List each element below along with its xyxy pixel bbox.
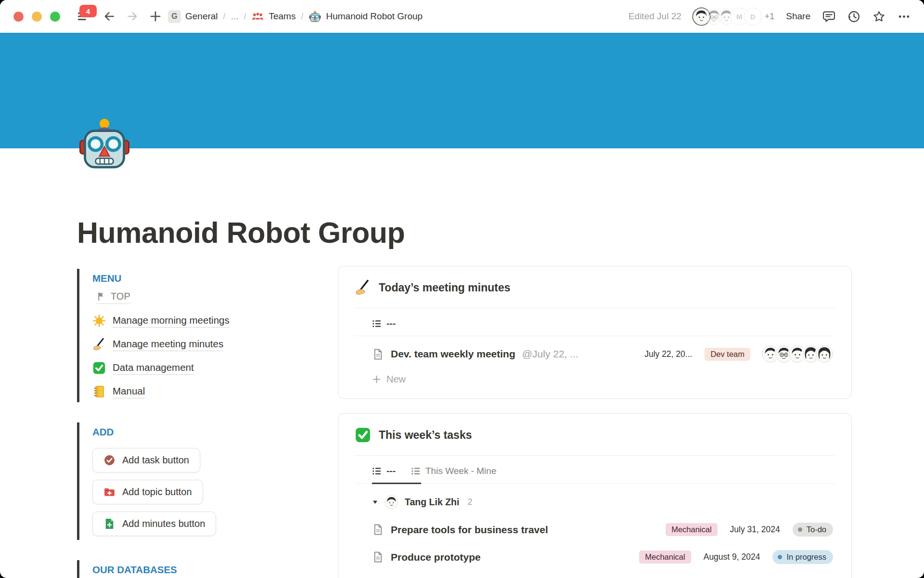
breadcrumb-separator: /: [223, 12, 226, 22]
task-row-produce-prototype[interactable]: Produce prototype Mechanical August 9, 2…: [355, 543, 835, 571]
tasks-view: --- This Week - Mine Tang Lik Zhi 2: [355, 456, 835, 575]
folder-plus-icon: [103, 486, 116, 498]
sidebar-item-manage-morning-meetings[interactable]: Manage morning meetings: [92, 314, 304, 328]
menu-heading: MENU: [92, 273, 304, 284]
avatar: [816, 345, 833, 363]
category-tag: Mechanical: [639, 551, 691, 564]
document-plus-icon: [103, 518, 116, 530]
flag-icon: [96, 291, 106, 302]
add-topic-button[interactable]: Add topic button: [92, 480, 203, 504]
share-button[interactable]: Share: [786, 11, 810, 22]
avatar-overflow-count[interactable]: +1: [765, 12, 775, 22]
presence-avatars: M D +1: [693, 8, 775, 26]
robot-icon: [308, 10, 321, 23]
comment-icon: [822, 10, 835, 23]
breadcrumb-item-teams[interactable]: Teams: [251, 10, 295, 23]
add-minutes-button[interactable]: Add minutes button: [92, 512, 216, 536]
new-minutes-button[interactable]: New: [355, 369, 835, 394]
menu-block: MENU TOP Manage morning meetings Manage …: [77, 269, 304, 402]
updates-button[interactable]: [847, 10, 860, 23]
new-page-button[interactable]: [146, 7, 165, 26]
tab-divider: [355, 483, 835, 484]
minutes-row-dev-team-weekly-meeting[interactable]: Dev. team weekly meeting @July 22, ... J…: [355, 339, 835, 369]
page-title[interactable]: Humanoid Robot Group: [0, 148, 924, 250]
breadcrumb-item-collapsed[interactable]: ...: [231, 11, 239, 22]
star-icon: [873, 10, 886, 23]
breadcrumb-item-general[interactable]: G General: [168, 10, 218, 23]
sidebar-item-manual[interactable]: Manual: [92, 385, 304, 398]
active-tab-indicator: [372, 483, 421, 484]
weekly-tasks-card-header: This week’s tasks: [338, 414, 851, 455]
plus-icon: [149, 10, 162, 23]
collapse-caret-icon[interactable]: [372, 499, 378, 505]
databases-block: OUR DATABASES Minutes DB: [77, 560, 304, 578]
toolbar-right: Edited Jul 22 M D +1 Share: [629, 8, 911, 26]
back-button[interactable]: [100, 7, 119, 26]
more-options-button[interactable]: [897, 10, 911, 23]
minutes-view-tab[interactable]: ---: [372, 318, 396, 329]
right-column: Today’s meeting minutes --- Dev.: [338, 266, 852, 578]
writing-hand-icon: [92, 338, 106, 351]
add-block: ADD Add task button Add topic button Add…: [77, 422, 304, 540]
minutes-view: --- Dev. team weekly meeting @July 22, .…: [355, 308, 835, 398]
sidebar-item-manage-meeting-minutes[interactable]: Manage meeting minutes: [92, 338, 304, 351]
zoom-window-button[interactable]: [50, 12, 60, 22]
clock-icon: [847, 10, 860, 23]
teams-icon: [251, 10, 264, 23]
check-box-icon: [355, 427, 371, 443]
window-controls: [13, 12, 60, 22]
writing-hand-icon: [355, 279, 371, 296]
add-heading: ADD: [92, 426, 304, 438]
sun-icon: [92, 314, 106, 328]
attendee-avatars: [766, 345, 833, 363]
weekly-tasks-card: This week’s tasks --- This Week - Mine: [338, 413, 852, 578]
list-view-icon: [372, 466, 382, 476]
page-icon: [372, 524, 384, 536]
task-check-icon: [103, 454, 116, 466]
team-tag: Dev team: [705, 348, 750, 361]
page-icon-robot[interactable]: [76, 117, 133, 173]
due-date: August 9, 2024: [704, 552, 760, 562]
category-tag: Mechanical: [666, 523, 717, 536]
toolbar: 4 G General / ... / Teams / H: [0, 0, 924, 33]
due-date: July 31, 2024: [730, 525, 780, 535]
tasks-view-tab-this-week-mine[interactable]: This Week - Mine: [411, 466, 496, 476]
plus-icon: [372, 375, 381, 384]
minimize-window-button[interactable]: [32, 12, 42, 22]
tasks-view-tab-all[interactable]: ---: [372, 466, 396, 476]
favorite-button[interactable]: [872, 10, 886, 23]
ellipsis-icon: [898, 10, 911, 23]
forward-button[interactable]: [123, 7, 142, 26]
tab-divider: [355, 336, 835, 336]
meeting-minutes-card-header: Today’s meeting minutes: [338, 266, 851, 308]
list-view-icon: [372, 319, 382, 328]
status-dot: [778, 555, 782, 559]
meeting-minutes-card: Today’s meeting minutes --- Dev.: [338, 266, 852, 399]
databases-heading: OUR DATABASES: [92, 564, 304, 576]
sidebar-item-top[interactable]: TOP: [96, 291, 130, 304]
page-icon: [372, 348, 384, 360]
sidebar-item-data-management[interactable]: Data management: [92, 361, 304, 375]
add-task-button[interactable]: Add task button: [92, 448, 200, 473]
close-window-button[interactable]: [13, 12, 24, 22]
avatar[interactable]: D: [744, 8, 762, 26]
breadcrumb-separator: /: [244, 12, 246, 22]
breadcrumb: G General / ... / Teams / Humanoid Robot…: [168, 10, 423, 23]
status-dot: [798, 527, 802, 532]
workspace-icon: G: [168, 10, 181, 23]
notification-badge: 4: [79, 5, 97, 17]
last-edited-label: Edited Jul 22: [629, 11, 681, 22]
page-cover: [0, 33, 924, 148]
comments-button[interactable]: [822, 10, 835, 23]
app-window: 4 G General / ... / Teams / H: [0, 0, 924, 578]
page-body: MENU TOP Manage morning meetings Manage …: [0, 250, 924, 578]
breadcrumb-item-current-page[interactable]: Humanoid Robot Group: [308, 10, 423, 23]
list-view-icon: [411, 466, 421, 476]
arrow-left-icon: [103, 10, 116, 23]
avatar: [385, 495, 398, 509]
group-header-tang-lik-zhi: Tang Lik Zhi 2: [355, 484, 835, 513]
sidebar-toggle-button[interactable]: 4: [74, 7, 93, 26]
task-row-prepare-tools[interactable]: Prepare tools for business travel Mechan…: [355, 516, 835, 543]
status-badge: In progress: [772, 550, 833, 564]
meeting-date: July 22, 20...: [644, 349, 692, 359]
